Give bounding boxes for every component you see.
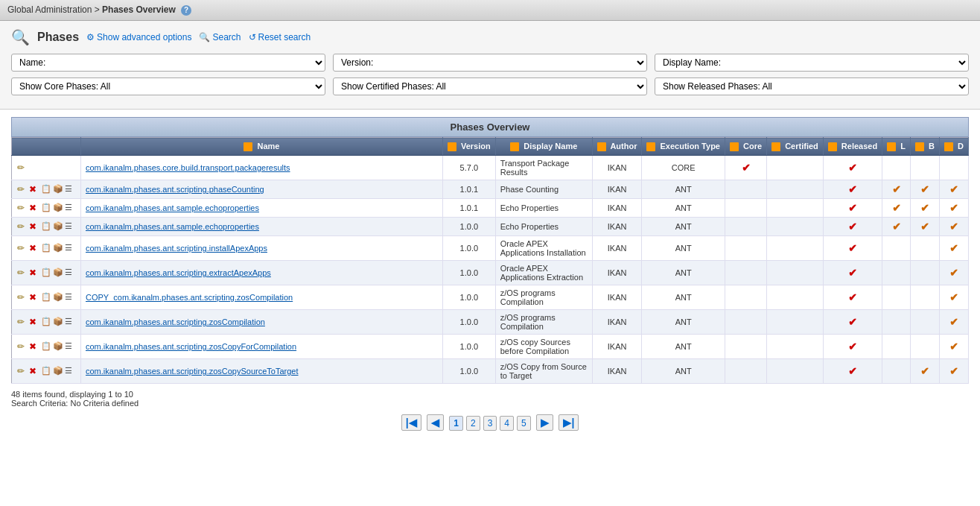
d-check: ✔ bbox=[949, 316, 958, 328]
edit-icon[interactable]: ✏ bbox=[17, 203, 28, 213]
list-icon[interactable]: ☰ bbox=[65, 221, 75, 232]
delete-icon[interactable]: ✖ bbox=[29, 292, 39, 303]
pagination-page-5[interactable]: 5 bbox=[517, 416, 531, 431]
row-exec-type: ANT bbox=[642, 359, 725, 384]
col-header-version[interactable]: Version bbox=[442, 138, 495, 156]
display-name-filter[interactable]: Display Name: bbox=[655, 54, 969, 72]
copy-icon[interactable]: 📋 bbox=[41, 366, 51, 376]
list-icon[interactable]: ☰ bbox=[65, 243, 75, 253]
l-check: ✔ bbox=[892, 202, 901, 214]
copy-icon[interactable]: 📋 bbox=[41, 203, 51, 213]
edit-icon[interactable]: ✏ bbox=[17, 317, 28, 327]
col-header-exectype[interactable]: Execution Type bbox=[642, 138, 725, 156]
list-icon[interactable]: ☰ bbox=[65, 366, 75, 376]
search-execute-icon: 🔍 bbox=[199, 32, 210, 42]
pagination-page-4[interactable]: 4 bbox=[500, 416, 514, 431]
pagination-prev[interactable]: ◀ bbox=[427, 414, 444, 431]
pagination-first[interactable]: |◀ bbox=[401, 414, 421, 431]
edit-icon[interactable]: ✏ bbox=[17, 292, 28, 303]
list-icon[interactable]: ☰ bbox=[65, 203, 75, 213]
delete-icon[interactable]: ✖ bbox=[29, 184, 39, 195]
col-header-actions bbox=[12, 138, 81, 156]
list-icon[interactable]: ☰ bbox=[65, 184, 75, 195]
row-actions: ✏ bbox=[12, 156, 81, 180]
released-check: ✔ bbox=[848, 291, 857, 303]
row-certified bbox=[767, 335, 824, 359]
edit-icon[interactable]: ✏ bbox=[17, 243, 28, 253]
list-icon[interactable]: ☰ bbox=[65, 317, 75, 327]
col-header-author[interactable]: Author bbox=[592, 138, 642, 156]
show-advanced-link[interactable]: ⚙ Show advanced options bbox=[86, 32, 191, 42]
pagination-page-2[interactable]: 2 bbox=[466, 416, 480, 431]
row-b: ✔ bbox=[910, 218, 939, 236]
copy-icon[interactable]: 📋 bbox=[41, 317, 51, 327]
pagination-page-3[interactable]: 3 bbox=[483, 416, 497, 431]
delete-icon[interactable]: ✖ bbox=[29, 221, 39, 232]
param-icon[interactable]: 📦 bbox=[53, 292, 63, 303]
copy-icon[interactable]: 📋 bbox=[41, 243, 51, 253]
col-header-b[interactable]: B bbox=[910, 138, 939, 156]
col-header-name[interactable]: Name bbox=[81, 138, 443, 156]
row-actions: ✏✖📋📦☰ bbox=[12, 236, 81, 261]
delete-icon[interactable]: ✖ bbox=[29, 243, 39, 253]
edit-icon[interactable]: ✏ bbox=[17, 268, 28, 278]
footer-info: 48 items found, displaying 1 to 10 Searc… bbox=[11, 390, 969, 408]
delete-icon[interactable]: ✖ bbox=[29, 268, 39, 278]
edit-icon[interactable]: ✏ bbox=[17, 221, 28, 232]
edit-icon[interactable]: ✏ bbox=[17, 341, 28, 352]
version-filter[interactable]: Version: bbox=[333, 54, 647, 72]
edit-icon[interactable]: ✏ bbox=[17, 366, 28, 376]
col-header-displayname[interactable]: Display Name bbox=[495, 138, 592, 156]
row-name: com.ikanalm.phases.ant.scripting.extract… bbox=[81, 261, 443, 285]
row-name: com.ikanalm.phases.ant.sample.echoproper… bbox=[81, 218, 443, 236]
name-filter[interactable]: Name: bbox=[11, 54, 325, 72]
released-check: ✔ bbox=[848, 316, 857, 328]
help-icon[interactable]: ? bbox=[181, 5, 191, 16]
row-exec-type: ANT bbox=[642, 335, 725, 359]
released-phases-filter[interactable]: Show Released Phases: All bbox=[655, 78, 969, 95]
edit-icon[interactable]: ✏ bbox=[17, 184, 28, 195]
copy-icon[interactable]: 📋 bbox=[41, 292, 51, 303]
delete-icon[interactable]: ✖ bbox=[29, 203, 39, 213]
col-header-certified[interactable]: Certified bbox=[767, 138, 824, 156]
param-icon[interactable]: 📦 bbox=[53, 184, 63, 195]
list-icon[interactable]: ☰ bbox=[65, 341, 75, 352]
param-icon[interactable]: 📦 bbox=[53, 221, 63, 232]
row-version: 1.0.0 bbox=[442, 359, 495, 384]
edit-icon[interactable]: ✏ bbox=[17, 162, 28, 173]
copy-icon[interactable]: 📋 bbox=[41, 221, 51, 232]
pagination-page-1[interactable]: 1 bbox=[449, 416, 463, 431]
param-icon[interactable]: 📦 bbox=[53, 341, 63, 352]
core-phases-filter[interactable]: Show Core Phases: All bbox=[11, 78, 325, 95]
col-header-core[interactable]: Core bbox=[725, 138, 766, 156]
row-actions: ✏✖📋📦☰ bbox=[12, 218, 81, 236]
param-icon[interactable]: 📦 bbox=[53, 268, 63, 278]
pagination-next[interactable]: ▶ bbox=[536, 414, 553, 431]
param-icon[interactable]: 📦 bbox=[53, 317, 63, 327]
param-icon[interactable]: 📦 bbox=[53, 366, 63, 376]
pagination-last[interactable]: ▶| bbox=[559, 414, 579, 431]
param-icon[interactable]: 📦 bbox=[53, 243, 63, 253]
reset-search-button[interactable]: ↺ Reset search bbox=[249, 32, 311, 42]
col-header-l[interactable]: L bbox=[882, 138, 911, 156]
row-l bbox=[882, 335, 911, 359]
delete-icon[interactable]: ✖ bbox=[29, 366, 39, 376]
delete-icon[interactable]: ✖ bbox=[29, 341, 39, 352]
list-icon[interactable]: ☰ bbox=[65, 292, 75, 303]
copy-icon[interactable]: 📋 bbox=[41, 268, 51, 278]
copy-icon[interactable]: 📋 bbox=[41, 341, 51, 352]
certified-phases-filter[interactable]: Show Certified Phases: All bbox=[333, 78, 647, 95]
search-button[interactable]: 🔍 Search bbox=[199, 32, 241, 42]
param-icon[interactable]: 📦 bbox=[53, 203, 63, 213]
copy-icon[interactable]: 📋 bbox=[41, 184, 51, 195]
delete-icon[interactable]: ✖ bbox=[29, 317, 39, 327]
list-icon[interactable]: ☰ bbox=[65, 268, 75, 278]
breadcrumb-separator: > bbox=[95, 4, 102, 15]
row-author: IKAN bbox=[592, 199, 642, 218]
row-d: ✔ bbox=[939, 261, 968, 285]
row-author: IKAN bbox=[592, 335, 642, 359]
row-l: ✔ bbox=[882, 199, 911, 218]
col-header-released[interactable]: Released bbox=[823, 138, 882, 156]
row-author: IKAN bbox=[592, 236, 642, 261]
col-header-d[interactable]: D bbox=[939, 138, 968, 156]
